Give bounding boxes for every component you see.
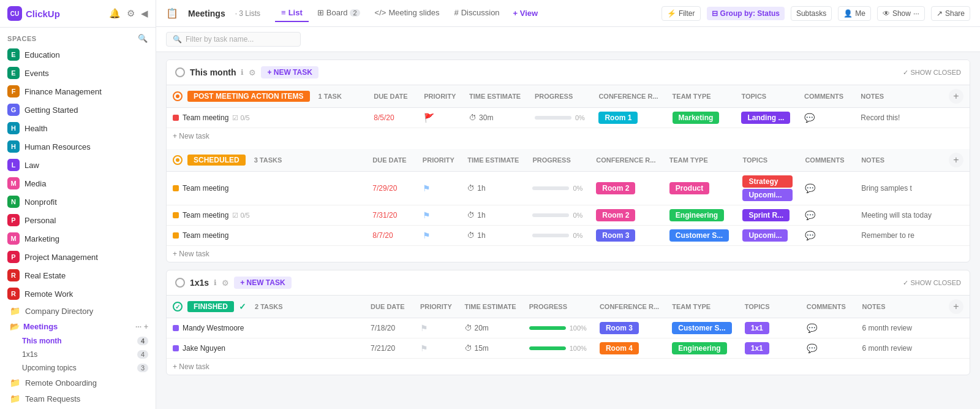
folder-company-directory[interactable]: 📁 Company Directory xyxy=(0,303,156,319)
gear-icon[interactable]: ⚙ xyxy=(127,8,135,19)
comment-icon[interactable]: 💬 xyxy=(807,323,817,333)
tab-discussion[interactable]: # Discussion xyxy=(448,4,506,22)
priority-flag: ⚑ xyxy=(423,183,431,193)
add-icon[interactable]: + xyxy=(144,323,148,331)
filter-button[interactable]: ⚡ Filter xyxy=(662,6,701,21)
task-comments: 💬 xyxy=(799,226,855,246)
sidebar-item-finance[interactable]: F Finance Management xyxy=(0,82,156,101)
task-name[interactable]: Jake Nguyen xyxy=(183,344,225,353)
comment-icon[interactable]: 💬 xyxy=(807,343,817,353)
comment-icon[interactable]: 💬 xyxy=(804,113,815,123)
sidebar-item-human-resources[interactable]: H Human Resources xyxy=(0,137,156,156)
task-team: Customer S... xyxy=(666,318,739,338)
col-add-f: + xyxy=(943,296,970,318)
task-name[interactable]: Team meeting xyxy=(183,211,228,220)
tab-add-view[interactable]: + View xyxy=(508,5,543,21)
col-team-f: TEAM TYPE xyxy=(666,296,739,318)
section-1x1-header: 1x1s ℹ ⚙ + NEW TASK ✓ SHOW CLOSED xyxy=(167,270,970,296)
new-task-link[interactable]: + New task xyxy=(173,132,209,140)
task-notes: Meeting will sta today xyxy=(855,205,943,226)
task-priority: ⚑ xyxy=(417,172,461,205)
hash-icon: # xyxy=(454,8,459,17)
task-team: Customer S... xyxy=(663,226,737,246)
sidebar-item-education[interactable]: E Education xyxy=(0,45,156,64)
new-task-link-f[interactable]: + New task xyxy=(173,362,209,371)
sidebar-item-health[interactable]: H Health xyxy=(0,119,156,137)
section-settings-icon[interactable]: ⚙ xyxy=(249,68,256,77)
sidebar-item-law[interactable]: L Law xyxy=(0,156,156,174)
task-priority: ⚑ xyxy=(414,338,459,359)
task-checkbox[interactable]: ☑ 0/5 xyxy=(232,212,249,220)
sub-item-upcoming-topics[interactable]: Upcoming topics 3 xyxy=(0,361,156,375)
task-topics: Sprint R... xyxy=(736,205,799,226)
search-spaces-icon[interactable]: 🔍 xyxy=(138,34,148,43)
group-by-button[interactable]: ⊟ Group by: Status xyxy=(707,7,785,20)
main-area: 📋 Meetings · 3 Lists ≡ List ⊞ Board 2 </… xyxy=(156,0,980,409)
add-column-button[interactable]: + xyxy=(949,89,963,104)
folder-remote-onboarding[interactable]: 📁 Remote Onboarding xyxy=(0,375,156,391)
collapse-icon[interactable]: ◀ xyxy=(141,8,148,19)
topbar-right: ⚡ Filter ⊟ Group by: Status Subtasks 👤 M… xyxy=(662,6,970,21)
add-col-btn-f[interactable]: + xyxy=(949,299,963,314)
me-button[interactable]: 👤 Me xyxy=(838,6,871,21)
task-name[interactable]: Team meeting xyxy=(183,184,228,193)
comment-icon[interactable]: 💬 xyxy=(805,231,815,240)
new-task-button[interactable]: + NEW TASK xyxy=(261,66,318,78)
sidebar-item-project-management[interactable]: P Project Management xyxy=(0,248,156,266)
new-task-btn-1x1[interactable]: + NEW TASK xyxy=(234,277,291,289)
more-icon[interactable]: ··· xyxy=(135,323,141,331)
team-tag: Customer S... xyxy=(672,322,731,334)
search-container[interactable]: 🔍 Filter by task name... xyxy=(166,32,301,47)
col-time-estimate: TIME ESTIMATE xyxy=(463,85,529,108)
folder-team-requests[interactable]: 📁 Team Requests xyxy=(0,391,156,407)
tab-meeting-slides[interactable]: </> Meeting slides xyxy=(369,4,446,22)
share-button[interactable]: ↗ Share xyxy=(931,6,970,21)
sidebar-item-getting-started[interactable]: G Getting Started xyxy=(0,101,156,119)
task-room: Room 2 xyxy=(590,205,663,226)
task-team: Product xyxy=(663,172,737,205)
sidebar-item-marketing[interactable]: M Marketing xyxy=(0,229,156,248)
sidebar-item-nonprofit[interactable]: N Nonprofit xyxy=(0,193,156,211)
new-task-link[interactable]: + New task xyxy=(173,250,209,258)
sidebar-item-real-estate[interactable]: R Real Estate xyxy=(0,266,156,285)
sub-item-1x1s[interactable]: 1x1s 4 xyxy=(0,348,156,361)
comment-icon[interactable]: 💬 xyxy=(805,210,815,220)
task-name[interactable]: Team meeting xyxy=(183,113,228,122)
sidebar-item-media[interactable]: M Media xyxy=(0,174,156,193)
sub-item-this-month[interactable]: This month 4 xyxy=(0,334,156,348)
task-checkbox[interactable]: ☑ 0/5 xyxy=(232,114,249,122)
show-closed-button[interactable]: ✓ SHOW CLOSED xyxy=(903,69,961,77)
show-button[interactable]: 👁 Show ··· xyxy=(877,6,925,21)
subtasks-button[interactable]: Subtasks xyxy=(791,6,832,21)
task-due: 7/31/20 xyxy=(366,205,417,226)
folder-meetings[interactable]: 📂 Meetings ··· + xyxy=(0,319,156,334)
folder-meetings-actions: ··· + xyxy=(135,323,148,331)
time-icon: ⏱ xyxy=(467,184,475,193)
add-column-button-s[interactable]: + xyxy=(949,153,963,167)
col-comments: COMMENTS xyxy=(798,85,854,108)
section-toggle-icon[interactable] xyxy=(175,67,185,77)
section-1x1-settings[interactable]: ⚙ xyxy=(222,278,229,288)
col-conference-room: CONFERENCE R... xyxy=(592,85,666,108)
task-name[interactable]: Team meeting xyxy=(183,231,228,240)
sidebar-item-events[interactable]: E Events xyxy=(0,64,156,82)
comment-icon[interactable]: 💬 xyxy=(805,183,815,193)
badge-education: E xyxy=(7,48,20,61)
tab-list[interactable]: ≡ List xyxy=(275,4,309,22)
team-tag: Customer S... xyxy=(669,229,729,242)
tab-board[interactable]: ⊞ Board 2 xyxy=(311,4,366,22)
topic-tag2: Upcomi... xyxy=(742,189,793,201)
bell-icon[interactable]: 🔔 xyxy=(109,8,121,19)
show-closed-1x1[interactable]: ✓ SHOW CLOSED xyxy=(903,279,961,287)
logo-icon: CU xyxy=(7,6,22,21)
sidebar-item-personal[interactable]: P Personal xyxy=(0,211,156,229)
badge-events: E xyxy=(7,67,20,79)
folder-icon: 📁 xyxy=(10,394,20,403)
scheduled-task-count: 3 TASKS xyxy=(254,156,282,164)
task-priority: ⚑ xyxy=(417,205,461,226)
sidebar-item-remote-work[interactable]: R Remote Work xyxy=(0,285,156,303)
badge-health: H xyxy=(7,122,20,134)
section-1x1-toggle[interactable] xyxy=(175,278,185,288)
task-name[interactable]: Mandy Westmoore xyxy=(183,324,244,332)
task-name-cell: Jake Nguyen xyxy=(167,338,364,359)
